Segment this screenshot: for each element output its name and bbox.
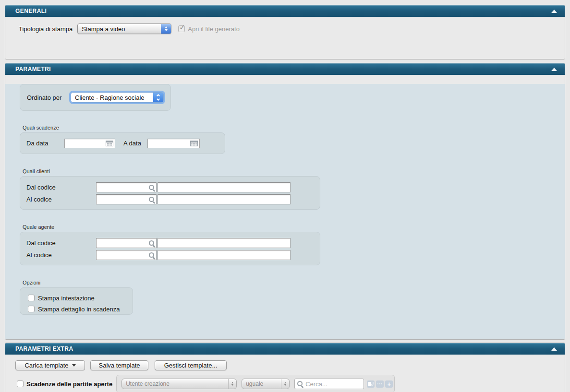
- a-data-label: A data: [123, 140, 147, 147]
- da-data-field: [64, 139, 115, 148]
- scadenze-group: Da data A data: [20, 132, 225, 154]
- clienti-group: Dal codice Al codice: [20, 176, 320, 210]
- ellipsis-icon: ...: [377, 381, 383, 386]
- ordinato-select[interactable]: Cliente - Ragione sociale: [71, 92, 164, 103]
- scadenze-partite-label: Scadenze delle partite aperte: [26, 380, 112, 388]
- carica-template-button[interactable]: Carica template: [15, 360, 85, 370]
- stampa-intestazione-checkbox[interactable]: [28, 295, 35, 301]
- clienti-section-label: Quali clienti: [23, 168, 565, 174]
- filter-field-select[interactable]: Utente creazione: [121, 379, 237, 389]
- tipologia-row: Tipologia di stampa Stampa a video ✓ Apr…: [19, 23, 565, 35]
- gestisci-template-label: Gestisci template...: [164, 362, 218, 369]
- barcode-icon: [368, 382, 374, 386]
- agente-group: Dal codice Al codice: [20, 232, 320, 265]
- al-codice-label: Al codice: [26, 196, 96, 203]
- popup-arrows-icon: [161, 24, 171, 34]
- agente-dal-desc-input[interactable]: [158, 238, 290, 248]
- scadenze-partite-checkbox[interactable]: [17, 380, 24, 387]
- ordinato-group: Ordinato per Cliente - Ragione sociale: [20, 84, 171, 111]
- scadenze-section-label: Quali scadenze: [23, 125, 565, 131]
- popup-chevrons-icon: [153, 93, 163, 102]
- search-lookup-icon[interactable]: [148, 184, 155, 191]
- panel-body-generali: Tipologia di stampa Stampa a video ✓ Apr…: [5, 23, 565, 59]
- filter-search-field: [294, 379, 364, 389]
- clienti-al-desc-field: [158, 194, 291, 204]
- collapse-icon[interactable]: [551, 347, 557, 351]
- filter-field-value: Utente creazione: [122, 379, 228, 389]
- search-lookup-icon[interactable]: [148, 196, 155, 203]
- filter-group: Utente creazione uguale: [116, 375, 395, 392]
- agente-section-label: Quale agente: [23, 224, 565, 230]
- clienti-dal-desc-input[interactable]: [158, 183, 290, 192]
- stampa-dettaglio-checkbox[interactable]: [28, 306, 35, 312]
- filter-search-input[interactable]: [304, 380, 364, 388]
- checkmark-icon: ✓: [179, 23, 185, 32]
- clienti-al-codice-field: [96, 194, 157, 204]
- tipologia-label: Tipologia di stampa: [19, 25, 73, 33]
- filter-operator-value: uguale: [242, 379, 281, 389]
- opzione-row: Stampa intestazione: [28, 293, 133, 303]
- more-options-button[interactable]: ...: [376, 380, 384, 388]
- panel-parametri: PARAMETRI Ordinato per Cliente - Ragione…: [5, 63, 565, 340]
- clienti-dal-desc-field: [158, 182, 291, 192]
- agente-al-codice-input[interactable]: [97, 250, 148, 260]
- ordinato-label: Ordinato per: [27, 94, 71, 101]
- agente-al-desc-field: [158, 250, 291, 260]
- search-icon: [297, 380, 303, 387]
- ordinato-value: Cliente - Ragione sociale: [71, 93, 153, 102]
- stampa-dettaglio-label: Stampa dettaglio in scadenza: [38, 306, 120, 313]
- popup-arrows-icon: [228, 379, 236, 389]
- barcode-lookup-button[interactable]: [367, 380, 375, 388]
- print-dialog: GENERALI Tipologia di stampa Stampa a vi…: [0, 0, 570, 392]
- panel-parametri-extra: PARAMETRI EXTRA Carica template Salva te…: [5, 343, 565, 392]
- dal-codice-label: Dal codice: [26, 239, 96, 247]
- stampa-intestazione-label: Stampa intestazione: [38, 295, 95, 302]
- search-lookup-icon[interactable]: [148, 240, 155, 247]
- apri-file-label: Apri il file generato: [188, 25, 240, 33]
- panel-body-parametri: Ordinato per Cliente - Ragione sociale Q…: [5, 84, 565, 339]
- calendar-icon[interactable]: [190, 141, 198, 146]
- da-data-input[interactable]: [65, 139, 106, 148]
- carica-template-label: Carica template: [24, 362, 68, 369]
- panel-generali: GENERALI Tipologia di stampa Stampa a vi…: [5, 5, 565, 59]
- tipologia-value: Stampa a video: [78, 24, 161, 34]
- template-buttons-row: Carica template Salva template Gestisci …: [15, 360, 565, 370]
- collapse-icon[interactable]: [551, 10, 557, 13]
- search-lookup-icon[interactable]: [148, 252, 155, 259]
- opzioni-section-label: Opzioni: [23, 280, 565, 285]
- tipologia-select[interactable]: Stampa a video: [77, 24, 171, 34]
- apri-file-checkbox[interactable]: ✓: [178, 25, 185, 32]
- panel-title-parametri-extra: PARAMETRI EXTRA: [15, 345, 73, 352]
- dropdown-caret-icon: [72, 364, 76, 367]
- agente-dal-row: Dal codice: [26, 238, 320, 248]
- filter-operator-select[interactable]: uguale: [242, 379, 290, 389]
- panel-body-parametri-extra: Carica template Salva template Gestisci …: [5, 355, 565, 392]
- panel-header-parametri-extra[interactable]: PARAMETRI EXTRA: [5, 343, 565, 355]
- gestisci-template-button[interactable]: Gestisci template...: [155, 360, 227, 370]
- partite-aperte-row: Scadenze delle partite aperte Utente cre…: [15, 375, 565, 392]
- panel-title-parametri: PARAMETRI: [15, 66, 51, 72]
- a-data-field: [147, 139, 200, 148]
- collapse-icon[interactable]: [551, 68, 557, 71]
- panel-header-generali[interactable]: GENERALI: [5, 5, 565, 17]
- a-data-input[interactable]: [148, 139, 190, 148]
- dal-codice-label: Dal codice: [26, 184, 96, 191]
- popup-arrows-icon: [281, 379, 289, 389]
- salva-template-button[interactable]: Salva template: [90, 360, 148, 370]
- da-data-label: Da data: [26, 140, 64, 147]
- agente-al-codice-field: [96, 250, 157, 260]
- add-filter-button[interactable]: +: [385, 380, 393, 388]
- calendar-icon[interactable]: [106, 141, 113, 146]
- al-codice-label: Al codice: [26, 251, 96, 259]
- agente-al-desc-input[interactable]: [158, 250, 290, 260]
- panel-title-generali: GENERALI: [15, 8, 47, 14]
- salva-template-label: Salva template: [99, 362, 140, 369]
- clienti-dal-codice-input[interactable]: [97, 183, 148, 192]
- plus-icon: +: [387, 381, 391, 387]
- opzione-row: Stampa dettaglio in scadenza: [28, 304, 133, 314]
- opzioni-group: Stampa intestazione Stampa dettaglio in …: [20, 287, 133, 315]
- agente-dal-codice-input[interactable]: [97, 238, 148, 248]
- clienti-al-codice-input[interactable]: [97, 195, 148, 204]
- clienti-al-desc-input[interactable]: [158, 195, 290, 204]
- panel-header-parametri[interactable]: PARAMETRI: [5, 63, 565, 75]
